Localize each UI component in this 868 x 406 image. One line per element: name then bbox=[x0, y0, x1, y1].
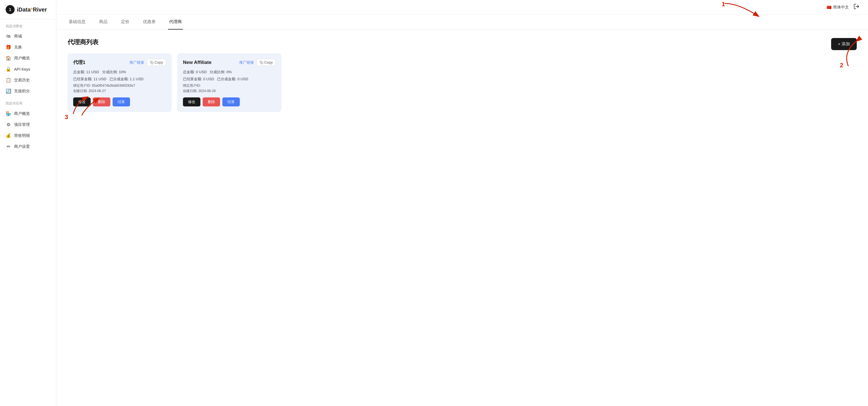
sidebar-item-merchant-settings[interactable]: ✏ 商户设置 bbox=[0, 141, 56, 152]
shop-icon: 🛍 bbox=[6, 34, 11, 39]
affiliate-card-2: New Affiliate 推广链接 Copy 总金额: 0 USD 分成比例: bbox=[177, 53, 281, 112]
sidebar: 1 iData*River 我是消费者 🛍 商城 🎁 兑换 🏠 用户概览 🔒 A… bbox=[0, 0, 56, 406]
sidebar-item-redeem-label: 兑换 bbox=[14, 45, 22, 50]
card-2-settled-value: 0 USD bbox=[203, 77, 214, 81]
gift-icon: 🎁 bbox=[6, 45, 11, 50]
content-area: 代理商列表 + 添加 2 代理1 推广链接 bbox=[56, 30, 868, 406]
card-1-created-value: 2024-06-27 bbox=[89, 89, 106, 93]
sidebar-item-project-mgmt[interactable]: ⚙ 项目管理 bbox=[0, 119, 56, 130]
card-2-promo-link[interactable]: 推广链接 bbox=[239, 60, 254, 65]
sidebar-item-tx-history-label: 交易历史 bbox=[14, 78, 30, 83]
card-1-copy-button[interactable]: Copy bbox=[147, 59, 166, 66]
tabs-container: 基础信息 商品 定价 优惠券 代理商 1 bbox=[56, 14, 868, 30]
card-2-created-value: 2024-06-28 bbox=[198, 89, 216, 93]
card-2-title: New Affiliate bbox=[183, 60, 211, 65]
tab-product[interactable]: 商品 bbox=[98, 14, 108, 30]
sidebar-item-recharge-label: 充值积分 bbox=[14, 89, 30, 94]
card-2-edit-button[interactable]: 修改 bbox=[183, 97, 200, 107]
card-2-header-right: 推广链接 Copy bbox=[239, 59, 276, 66]
anno-3-label: 3 bbox=[65, 113, 68, 121]
card-2-created: 创建日期: 2024-06-28 bbox=[183, 89, 276, 93]
card-1-title: 代理1 bbox=[73, 59, 85, 66]
sidebar-item-revenue[interactable]: 💰 营收明细 bbox=[0, 130, 56, 141]
tab-pricing[interactable]: 定价 bbox=[120, 14, 131, 30]
affiliate-card-1: 代理1 推广链接 Copy 总金额: 11 USD 分成比例: 10% bbox=[67, 53, 172, 112]
logo-text: iData*River bbox=[17, 6, 47, 13]
card-2-settle-button[interactable]: 结算 bbox=[222, 97, 240, 107]
card-2-header: New Affiliate 推广链接 Copy bbox=[183, 59, 276, 66]
language-selector[interactable]: 🇨🇳 简体中文 bbox=[827, 5, 849, 10]
card-2-created-label: 创建日期: bbox=[183, 89, 197, 93]
tab-basic-info[interactable]: 基础信息 bbox=[67, 14, 87, 30]
sidebar-item-api-keys[interactable]: 🔒 API Keys bbox=[0, 64, 56, 75]
card-1-total-label: 总金额: bbox=[73, 70, 85, 74]
settings-icon: ✏ bbox=[6, 144, 11, 149]
card-2-copy-button[interactable]: Copy bbox=[257, 59, 276, 66]
card-1-header: 代理1 推广链接 Copy bbox=[73, 59, 166, 66]
lock-icon: 🔒 bbox=[6, 66, 11, 72]
card-1-amount-row: 总金额: 11 USD 分成比例: 10% bbox=[73, 69, 166, 75]
card-2-user-id: 绑定用户ID: bbox=[183, 83, 276, 88]
main-area: 🇨🇳 简体中文 基础信息 商品 定价 优惠券 代理商 bbox=[56, 0, 868, 406]
sidebar-item-shop[interactable]: 🛍 商城 bbox=[0, 31, 56, 42]
sidebar-item-user-overview-label: 用户概览 bbox=[14, 56, 30, 61]
consumer-section-label: 我是消费者 bbox=[0, 20, 56, 31]
card-1-commission-label: 分成比例: bbox=[102, 70, 118, 74]
card-1-total-value: 11 USD bbox=[86, 70, 99, 74]
card-1-settle-button[interactable]: 结算 bbox=[113, 97, 130, 107]
card-2-settled-label: 已结算金额: bbox=[183, 77, 203, 81]
card-2-commission-label: 分成比例: bbox=[210, 70, 225, 74]
card-1-created: 创建日期: 2024-06-27 bbox=[73, 89, 166, 93]
card-1-userid-label: 绑定用户ID: bbox=[73, 84, 91, 88]
tab-affiliate[interactable]: 代理商 bbox=[168, 14, 183, 30]
logout-button[interactable] bbox=[854, 3, 860, 11]
sidebar-item-user-overview[interactable]: 🏠 用户概览 bbox=[0, 53, 56, 64]
card-1-delete-button[interactable]: 删除 bbox=[93, 97, 110, 107]
card-1-edit-button[interactable]: 修改 bbox=[73, 97, 91, 107]
card-1-promo-link[interactable]: 推广链接 bbox=[129, 60, 144, 65]
logo: 1 iData*River bbox=[0, 0, 56, 20]
sidebar-item-recharge[interactable]: 🔄 充值积分 bbox=[0, 86, 56, 96]
language-label: 简体中文 bbox=[833, 5, 849, 10]
sidebar-item-shop-label: 商城 bbox=[14, 34, 22, 39]
card-2-earned-value: 0 USD bbox=[238, 77, 248, 81]
sidebar-item-transaction-history[interactable]: 📋 交易历史 bbox=[0, 75, 56, 86]
revenue-icon: 💰 bbox=[6, 133, 11, 138]
card-2-actions: 修改 删除 结算 bbox=[183, 97, 276, 107]
sidebar-item-merchant-overview[interactable]: 🏪 商户概览 bbox=[0, 108, 56, 119]
card-1-earned-value: 1.1 USD bbox=[130, 77, 144, 81]
svg-rect-2 bbox=[261, 62, 263, 64]
card-2-earned-label: 已分成金额: bbox=[217, 77, 237, 81]
page-title: 代理商列表 bbox=[67, 38, 857, 47]
card-2-total-value: 0 USD bbox=[196, 70, 207, 74]
sidebar-item-api-keys-label: API Keys bbox=[14, 67, 30, 71]
affiliates-grid: 代理1 推广链接 Copy 总金额: 11 USD 分成比例: 10% bbox=[67, 53, 857, 112]
card-2-total-label: 总金额: bbox=[183, 70, 195, 74]
sidebar-item-merchant-label: 商户概览 bbox=[14, 111, 30, 116]
recharge-icon: 🔄 bbox=[6, 88, 11, 94]
card-1-user-id: 绑定用户ID: 65a0f5474b3bdd0366f283e7 bbox=[73, 83, 166, 88]
sidebar-item-redeem[interactable]: 🎁 兑换 bbox=[0, 42, 56, 53]
supplier-section-label: 我是供应商 bbox=[0, 96, 56, 108]
card-1-copy-label: Copy bbox=[155, 60, 163, 64]
card-1-created-label: 创建日期: bbox=[73, 89, 88, 93]
tab-coupon[interactable]: 优惠券 bbox=[142, 14, 157, 30]
home-icon: 🏠 bbox=[6, 55, 11, 61]
add-affiliate-button[interactable]: + 添加 bbox=[831, 38, 857, 50]
card-2-delete-button[interactable]: 删除 bbox=[203, 97, 220, 107]
card-1-commission-value: 10% bbox=[119, 70, 126, 74]
logo-icon: 1 bbox=[6, 5, 14, 14]
sidebar-item-project-label: 项目管理 bbox=[14, 122, 30, 127]
card-1-actions: 修改 删除 结算 bbox=[73, 97, 166, 107]
history-icon: 📋 bbox=[6, 78, 11, 83]
card-1-header-right: 推广链接 Copy bbox=[129, 59, 166, 66]
top-bar: 🇨🇳 简体中文 bbox=[56, 0, 868, 14]
card-1-userid-value: 65a0f5474b3bdd0366f283e7 bbox=[92, 84, 135, 88]
svg-rect-1 bbox=[151, 62, 153, 64]
tab-bar: 基础信息 商品 定价 优惠券 代理商 bbox=[56, 14, 868, 30]
card-1-earned-label: 已分成金额: bbox=[110, 77, 129, 81]
project-icon: ⚙ bbox=[6, 122, 11, 127]
card-2-commission-value: 0% bbox=[226, 70, 232, 74]
card-1-settled-value: 11 USD bbox=[93, 77, 106, 81]
sidebar-item-revenue-label: 营收明细 bbox=[14, 133, 30, 138]
